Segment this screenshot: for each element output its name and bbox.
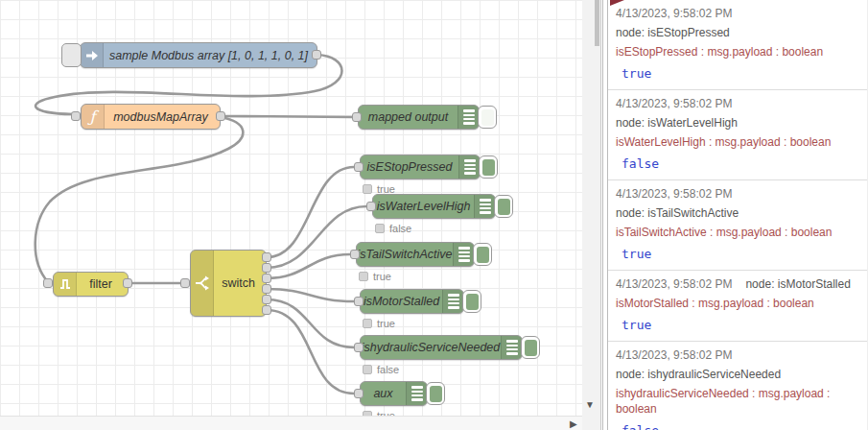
status-square-icon <box>363 319 372 328</box>
horizontal-scrollbar[interactable]: ▶ <box>0 416 582 430</box>
debug-sidebar: 4/13/2023, 9:58:02 PM node: isEStopPress… <box>608 0 868 430</box>
message-property-path: isTailSwitchActive : msg.payload : boole… <box>616 225 859 240</box>
debug-icon <box>474 195 495 218</box>
debug-message: 4/13/2023, 9:58:02 PM node: isEStopPress… <box>608 0 867 90</box>
status-square-icon <box>359 272 368 281</box>
previous-message-corner <box>610 0 624 6</box>
message-timestamp: 4/13/2023, 9:58:02 PM <box>616 96 732 111</box>
inject-output-port[interactable] <box>312 50 321 60</box>
inject-arrow-icon <box>81 43 104 67</box>
debug-enable-toggle[interactable] <box>521 336 540 359</box>
debug-node-status: false <box>375 223 411 234</box>
status-square-icon <box>375 224 385 233</box>
message-property-path: isWaterLevelHigh : msg.payload : boolean <box>616 134 859 150</box>
debug-input-port[interactable] <box>354 343 364 352</box>
flow-canvas[interactable]: sample Modbus array [1, 0, 1, 1, 0, 1] ƒ… <box>0 0 582 430</box>
function-input-port[interactable] <box>71 111 81 121</box>
status-square-icon <box>363 365 372 374</box>
debug-input-port[interactable] <box>354 297 364 306</box>
switch-output-port-3[interactable] <box>262 274 271 283</box>
debug-node-label: mapped output <box>363 106 454 129</box>
debug-node-label: ishydraulicServiceNeeded <box>364 336 497 359</box>
debug-enable-toggle[interactable] <box>478 106 497 129</box>
message-node-name: node: isWaterLevelHigh <box>616 115 738 131</box>
switch-output-port-4[interactable] <box>262 284 271 294</box>
inject-label: sample Modbus array [1, 0, 1, 1, 0, 1] <box>105 43 313 67</box>
status-square-icon <box>363 184 372 194</box>
switch-node[interactable]: switch <box>190 250 267 317</box>
wire-switch-out5 <box>267 299 354 347</box>
vertical-scrollbar[interactable]: ▼ <box>582 0 601 430</box>
filter-icon <box>54 273 77 296</box>
function-node[interactable]: ƒ modbusMapArray <box>81 104 221 130</box>
function-label: modbusMapArray <box>106 105 216 129</box>
status-text: true <box>373 271 391 282</box>
debug-enable-toggle[interactable] <box>473 243 492 266</box>
filter-node[interactable]: filter <box>53 272 129 297</box>
debug-enable-toggle[interactable] <box>479 155 498 179</box>
debug-input-port[interactable] <box>350 250 360 259</box>
message-node-name: node: isTailSwitchActive <box>616 205 739 221</box>
function-output-port[interactable] <box>216 111 225 121</box>
message-timestamp: 4/13/2023, 9:58:02 PM <box>616 276 732 292</box>
debug-node-status: false <box>363 364 399 375</box>
debug-input-port[interactable] <box>352 112 362 122</box>
debug-icon <box>457 106 479 129</box>
debug-enable-toggle[interactable] <box>494 195 513 218</box>
switch-output-port-2[interactable] <box>262 263 271 273</box>
debug-node-label: isTailSwitchActive <box>361 243 449 266</box>
switch-input-port[interactable] <box>180 278 190 288</box>
filter-input-port[interactable] <box>43 278 53 288</box>
debug-node[interactable]: isEStopPressed <box>360 155 481 179</box>
inject-node[interactable]: sample Modbus array [1, 0, 1, 1, 0, 1] <box>80 42 317 68</box>
message-timestamp: 4/13/2023, 9:58:02 PM <box>616 347 732 363</box>
debug-input-port[interactable] <box>354 162 364 172</box>
message-value: true <box>616 318 859 333</box>
vertical-scrollbar-thumb[interactable] <box>595 0 599 46</box>
wire-function-to-debug <box>221 116 353 117</box>
function-icon: ƒ <box>82 105 105 129</box>
debug-icon <box>442 290 463 313</box>
switch-label: switch <box>215 251 262 316</box>
debug-icon <box>458 155 480 179</box>
message-node-name: node: isMotorStalled <box>745 276 850 292</box>
message-value: false <box>616 156 859 172</box>
debug-node-label: aux <box>364 382 402 405</box>
node-red-editor: sample Modbus array [1, 0, 1, 1, 0, 1] ƒ… <box>0 0 868 430</box>
debug-node-label: isMotorStalled <box>364 290 438 313</box>
debug-node[interactable]: aux <box>360 381 428 406</box>
debug-node-label: isWaterLevelHigh <box>377 195 470 218</box>
message-timestamp: 4/13/2023, 9:58:02 PM <box>616 186 732 202</box>
debug-message: 4/13/2023, 9:58:02 PM node: isMotorStall… <box>608 271 867 342</box>
debug-node[interactable]: isWaterLevelHigh <box>372 194 496 219</box>
filter-output-port[interactable] <box>123 278 132 288</box>
switch-output-port-1[interactable] <box>262 252 271 262</box>
inject-button[interactable] <box>61 43 82 67</box>
message-node-name: node: ishydraulicServiceNeeded <box>616 367 781 382</box>
message-property-path: isEStopPressed : msg.payload : boolean <box>616 44 859 60</box>
switch-output-port-5[interactable] <box>262 295 271 304</box>
debug-node[interactable]: isMotorStalled <box>360 289 464 314</box>
message-value: true <box>616 66 859 82</box>
debug-enable-toggle[interactable] <box>426 382 445 405</box>
debug-node[interactable]: ishydraulicServiceNeeded <box>360 335 523 360</box>
debug-node-label: isEStopPressed <box>364 155 455 179</box>
scroll-down-arrow[interactable]: ▼ <box>585 399 595 410</box>
switch-output-port-6[interactable] <box>262 305 271 315</box>
status-text: false <box>377 364 399 375</box>
debug-input-port[interactable] <box>354 389 364 398</box>
debug-icon <box>453 243 474 266</box>
debug-icon <box>406 382 427 405</box>
switch-icon <box>191 251 214 316</box>
filter-label: filter <box>78 273 124 296</box>
debug-message: 4/13/2023, 9:58:02 PM node: isWaterLevel… <box>608 90 867 180</box>
scroll-right-arrow[interactable]: ▶ <box>570 418 577 429</box>
debug-node[interactable]: isTailSwitchActive <box>356 242 475 267</box>
message-timestamp: 4/13/2023, 9:58:02 PM <box>616 6 732 21</box>
message-value: true <box>616 247 859 262</box>
debug-node[interactable]: mapped output <box>358 105 480 130</box>
debug-node-status: true <box>359 271 391 282</box>
debug-enable-toggle[interactable] <box>462 290 481 313</box>
debug-message: 4/13/2023, 9:58:02 PM node: isTailSwitch… <box>608 180 867 271</box>
debug-input-port[interactable] <box>366 202 376 211</box>
